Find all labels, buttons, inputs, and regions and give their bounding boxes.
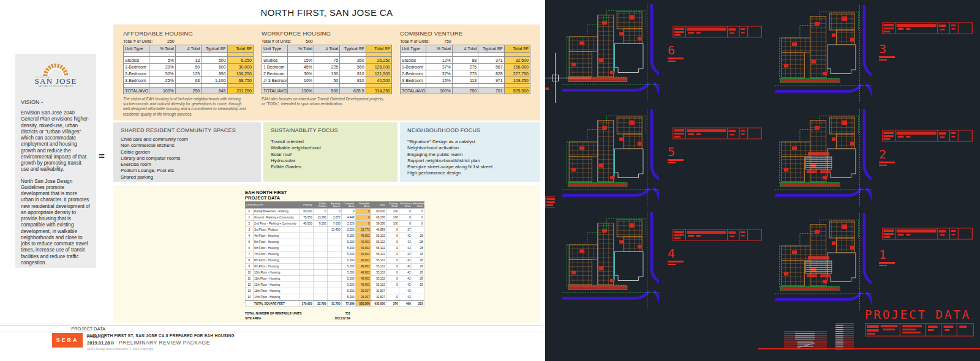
col-header: % Total [288, 45, 314, 53]
elevation-strip [882, 130, 973, 142]
scheme-number-label: 5 [668, 146, 684, 163]
elevation-strip [673, 26, 762, 38]
total-row: TOTAL/AVG 100% 750 701 525,500 [401, 87, 530, 94]
cad-sheet-caption: PROJECT DATA [865, 308, 971, 321]
col-header: LEVEL [245, 201, 253, 208]
clipped-elevation-fragment [545, 196, 555, 208]
table-row: Studios5% 13500 6,250 [124, 57, 254, 64]
total-units-value: 250 [167, 39, 211, 43]
col-header: Total [371, 201, 386, 208]
table-row: 2-Bedroom50% 125850 106,250 [124, 70, 254, 77]
col-header: Parking [299, 201, 313, 208]
scheme-number-label: 6 [668, 44, 684, 62]
summary-label: SITE AREA [245, 316, 318, 320]
table-row: 1111th Floor - Housing 5,20049,90255,102… [245, 275, 424, 281]
table-row: 1-Bedroom37% 275567 156,000 [401, 64, 530, 70]
table-title: COMBINED VENTURE [400, 30, 530, 37]
list-item: Walkable neighborhood [271, 145, 390, 151]
project-data-table: LEVEL FLOOR Parking Public Realm Amenity… [245, 201, 424, 307]
table-row: 1212th Floor - Housing 5,20049,90255,102… [245, 281, 424, 288]
elevation-strip [882, 22, 973, 34]
table-row: 2 Bedroom30% 150810 121,500 [262, 70, 392, 77]
unit-mix-table: Unit Type % Total # Total Typical SF Tot… [400, 45, 530, 94]
table-footnote: The vision of EAH housing is of inclusiv… [123, 97, 249, 117]
table-row: 1-Bedroom20% 50600 30,000 [124, 64, 254, 70]
footer-date-line: 2019.01.28 IIPRELIMINARY REVIEW PACKAGE [87, 340, 210, 346]
table-row: 2-Bedroom37% 275828 227,750 [401, 70, 530, 77]
scheme-number-label: 3 [879, 43, 895, 61]
col-header: Unit Type [262, 45, 288, 53]
title-block-table [865, 323, 974, 337]
list-item: Solar roof [271, 152, 390, 158]
equals-sign: = [99, 151, 105, 163]
list-item: "Signature" Design as a catalyst [407, 139, 533, 145]
list-item: Engaging the public realm [407, 152, 533, 158]
sustainability-focus-box: SUSTAINABILITY FOCUS Transit orientedWal… [263, 122, 398, 182]
footer-sheet-title: PROJECT DATA [7, 326, 105, 332]
col-header: Unit Type [401, 45, 426, 53]
logo-name: SAN JOSE [34, 76, 77, 86]
logo-tagline: CAPITAL OF SILICON VALLEY [38, 85, 74, 87]
col-header: Total SF [366, 45, 391, 53]
table-row: 66th Floor - Housing 5,20049,90255,102 0… [245, 245, 424, 251]
unit-mix-table: Unit Type % Total # Total Typical SF Tot… [123, 45, 254, 94]
footer-divider [0, 332, 543, 332]
page-title: NORTH FIRST, SAN JOSE CA [113, 7, 540, 18]
sera-logo: SERA [52, 333, 83, 348]
col-header: # Total [314, 45, 339, 53]
box-title: SHARED RESIDENT COMMUNITY SPACES [121, 127, 254, 133]
combined-venture-table: COMBINED VENTURE Total # of Units: 750 U… [400, 30, 530, 94]
table-row: Jr 3 Bedroom10% 50810 40,500 [262, 77, 392, 84]
total-units: Total # of Units: 750 [400, 39, 530, 43]
table-row: 55th Floor - Housing 5,20049,90255,102 0… [245, 239, 424, 245]
table-row: 1 Bedroom45% 225560 126,000 [262, 64, 392, 70]
workforce-housing-table: WORKFORCE HOUSING Total # of Units: 500 … [262, 30, 392, 106]
footer-package: PRELIMINARY REVIEW PACKAGE [119, 340, 210, 346]
elevation-strip [882, 228, 973, 240]
list-item: Edible Garden [271, 164, 390, 170]
box-title: SUSTAINABILITY FOCUS [271, 127, 390, 133]
project-data-panel: EAH NORTH FIRST PROJECT DATA LEVEL FLOOR… [113, 185, 540, 323]
col-header: Common Area [341, 201, 355, 208]
table-row: 0Partial Basement - Parking 60,00000 006… [245, 208, 424, 214]
table-footnote: EAH also focuses on mixed-use Transit Or… [262, 97, 387, 106]
table-row: 22nd Floor - Parking + Community 40,0009… [245, 220, 424, 226]
project-summary: TOTAL NUMBER OF RENTABLE UNITS751 SITE A… [245, 311, 350, 321]
elevation-strip [673, 229, 762, 241]
table-title: WORKFORCE HOUSING [262, 30, 392, 37]
scheme-number-label: 2 [879, 148, 895, 166]
total-row: TOTAL SQUARE FEET 170,650 22,790 31,700 … [245, 300, 424, 306]
col-header: Typical SF [202, 45, 227, 53]
total-units-label: Total # of Units: [400, 39, 444, 43]
total-units-label: Total # of Units: [262, 39, 306, 43]
clipped-red-mark [545, 87, 549, 90]
cad-viewport[interactable]: 6 3 5 2 4 1 PROJECT DATA [545, 0, 980, 361]
list-item: Podium Lounge, Pool etc [121, 168, 254, 174]
san-jose-logo: CITY OF SAN JOSE CAPITAL OF SILICON VALL… [21, 59, 91, 88]
footer-divider [0, 325, 543, 326]
site-plan-scheme-6 [562, 4, 659, 104]
list-item: Non-commercial kitchens [121, 143, 254, 149]
summary-label: TOTAL NUMBER OF RENTABLE UNITS [245, 311, 318, 315]
footer-project-line: 1440 NORTH FIRST ST, SAN JOSE CA II PREP… [87, 333, 235, 338]
crosshair-pickbox[interactable] [552, 75, 559, 81]
summary-value: 751 [318, 311, 350, 315]
col-header: Total SF [227, 45, 253, 53]
affordable-housing-table: AFFORDABLE HOUSING Total # of Units: 250… [123, 30, 254, 117]
table-row: Studios15% 75350 26,250 [262, 57, 392, 64]
list-item: Neighborhood activation [407, 145, 533, 151]
site-plan-scheme-3 [775, 5, 872, 105]
housing-tables-panel: AFFORDABLE HOUSING Total # of Units: 250… [113, 24, 540, 121]
total-units: Total # of Units: 500 [262, 39, 392, 43]
vision-paragraph-2: North San Jose Design Guidelines promote… [21, 179, 91, 267]
project-data-title: EAH NORTH FIRST PROJECT DATA [245, 190, 287, 201]
table-row: 88th Floor - Housing 5,20049,90255,102 0… [245, 257, 424, 263]
list-item: Hydro-solar [271, 158, 390, 164]
site-plan-scheme-1 [775, 213, 872, 313]
list-item: High performance design [407, 170, 533, 176]
col-header: FLOOR [253, 201, 299, 208]
document-page: NORTH FIRST, SAN JOSE CA CITY OF SAN JOS… [0, 0, 545, 361]
col-header: Workforce Units [399, 201, 412, 208]
col-header: Typical SF [340, 45, 366, 53]
list-item: Shared parking [121, 174, 254, 180]
